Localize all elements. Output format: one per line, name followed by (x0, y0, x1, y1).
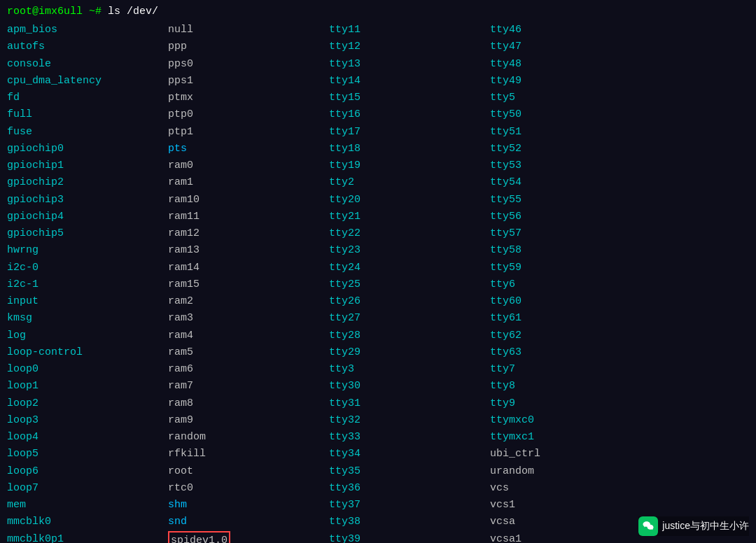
list-item: tty61 (490, 310, 651, 326)
list-item: loop1 (7, 378, 168, 394)
list-item: tty22 (329, 225, 490, 241)
list-item: spidev1.0 (168, 531, 329, 544)
terminal: root@imx6ull ~# ls /dev/ apm_biosnulltty… (0, 0, 756, 543)
list-item: tty38 (329, 514, 490, 530)
list-item: ram3 (168, 310, 329, 326)
list-item: tty24 (329, 260, 490, 276)
list-item: pps0 (168, 56, 329, 72)
list-item: tty49 (490, 73, 651, 89)
list-item: random (168, 429, 329, 445)
list-item: mmcblk0 (7, 514, 168, 530)
list-item: tty20 (329, 192, 490, 208)
list-item: vcs1 (490, 497, 651, 513)
list-item: tty29 (329, 344, 490, 360)
list-item: tty35 (329, 463, 490, 479)
list-item: tty13 (329, 56, 490, 72)
list-item: ram5 (168, 344, 329, 360)
list-item: ptp0 (168, 106, 329, 122)
list-item: tty16 (329, 106, 490, 122)
list-item: tty30 (329, 378, 490, 394)
list-item: tty39 (329, 531, 490, 544)
list-item: pts (168, 141, 329, 157)
file-listing: apm_biosnulltty11tty46autofsppptty12tty4… (7, 22, 749, 543)
list-item: log (7, 327, 168, 344)
list-item: pps1 (168, 73, 329, 89)
list-item: autofs (7, 38, 168, 55)
list-item: tty60 (490, 293, 651, 309)
list-item: tty32 (329, 412, 490, 428)
list-item: loop7 (7, 480, 168, 496)
list-item: tty12 (329, 38, 490, 55)
list-item: shm (168, 497, 329, 513)
list-item: ram7 (168, 378, 329, 394)
list-item: tty34 (329, 446, 490, 462)
list-item: tty58 (490, 242, 651, 258)
list-item: tty3 (329, 361, 490, 377)
terminal-prompt: root@imx6ull ~# (7, 6, 108, 17)
list-item: ttymxc1 (490, 429, 651, 445)
list-item: ram14 (168, 260, 329, 276)
list-item: tty8 (490, 378, 651, 394)
list-item: tty31 (329, 395, 490, 411)
list-item: tty23 (329, 242, 490, 258)
list-item: fd (7, 90, 168, 106)
list-item: tty18 (329, 141, 490, 157)
list-item: tty63 (490, 344, 651, 360)
list-item: tty59 (490, 260, 651, 276)
list-item: ppp (168, 38, 329, 55)
list-item: ram10 (168, 192, 329, 208)
list-item: tty57 (490, 225, 651, 241)
list-item: apm_bios (7, 22, 168, 38)
list-item: ram4 (168, 327, 329, 344)
list-item: tty6 (490, 276, 651, 292)
list-item: tty50 (490, 106, 651, 122)
list-item: hwrng (7, 242, 168, 258)
list-item: ram8 (168, 395, 329, 411)
list-item: tty37 (329, 497, 490, 513)
list-item: tty14 (329, 73, 490, 89)
list-item: tty25 (329, 276, 490, 292)
list-item: kmsg (7, 310, 168, 326)
list-item: ram11 (168, 209, 329, 225)
list-item: tty5 (490, 90, 651, 106)
list-item: gpiochip3 (7, 192, 168, 208)
list-item: gpiochip5 (7, 225, 168, 241)
list-item: tty9 (490, 395, 651, 411)
list-item: tty46 (490, 22, 651, 38)
list-item: gpiochip2 (7, 174, 168, 190)
list-item: i2c-0 (7, 260, 168, 276)
list-item: ram12 (168, 225, 329, 241)
list-item: tty17 (329, 124, 490, 140)
list-item: tty7 (490, 361, 651, 377)
list-item: ram6 (168, 361, 329, 377)
list-item: mem (7, 497, 168, 513)
list-item: urandom (490, 463, 651, 479)
list-item: root (168, 463, 329, 479)
list-item: mmcblk0p1 (7, 531, 168, 544)
list-item: loop0 (7, 361, 168, 377)
list-item: tty27 (329, 310, 490, 326)
list-item: ram9 (168, 412, 329, 428)
list-item: input (7, 293, 168, 309)
wechat-icon (638, 516, 658, 536)
list-item: ttymxc0 (490, 412, 651, 428)
list-item: rfkill (168, 446, 329, 462)
list-item: tty54 (490, 174, 651, 190)
list-item: fuse (7, 124, 168, 140)
list-item: loop2 (7, 395, 168, 411)
list-item: ram13 (168, 242, 329, 258)
list-item: ram2 (168, 293, 329, 309)
list-item: tty28 (329, 327, 490, 344)
list-item: console (7, 56, 168, 72)
list-item: vcsa (490, 514, 651, 530)
list-item: tty26 (329, 293, 490, 309)
header-line: root@imx6ull ~# ls /dev/ (7, 6, 749, 17)
list-item: loop-control (7, 344, 168, 360)
list-item: tty48 (490, 56, 651, 72)
list-item: snd (168, 514, 329, 530)
list-item: tty2 (329, 174, 490, 190)
list-item: gpiochip1 (7, 157, 168, 174)
list-item: loop4 (7, 429, 168, 445)
list-item: tty55 (490, 192, 651, 208)
list-item: tty19 (329, 157, 490, 174)
